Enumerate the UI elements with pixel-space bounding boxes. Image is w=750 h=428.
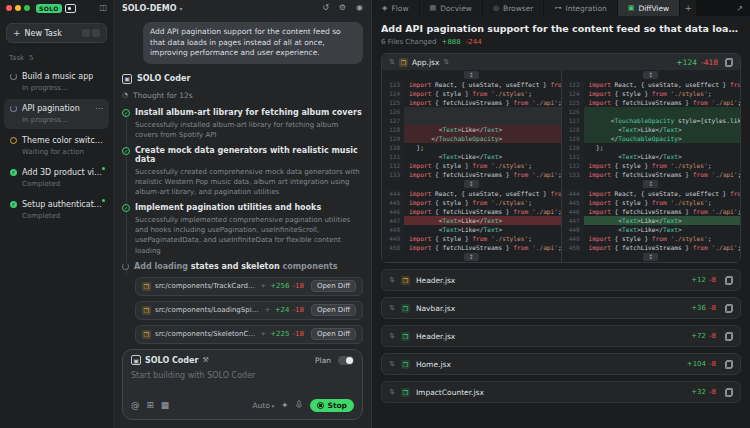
account-icon[interactable]: ◉ bbox=[356, 4, 363, 12]
add-tab-button[interactable]: + bbox=[680, 0, 696, 16]
open-diff-button[interactable]: Open Diff bbox=[311, 304, 356, 316]
copy-icon[interactable] bbox=[725, 276, 733, 285]
expand-diff-button[interactable]: ↕ bbox=[643, 253, 658, 261]
task-item[interactable]: API pagination⋯In progress... bbox=[4, 99, 109, 129]
copy-icon[interactable] bbox=[725, 304, 733, 313]
copy-icon[interactable] bbox=[725, 388, 733, 397]
plan-label: Plan bbox=[315, 356, 331, 365]
task-item[interactable]: Build a music appIn progress... bbox=[4, 67, 109, 97]
file-icon: ❒ bbox=[401, 388, 410, 397]
tab-flow[interactable]: ◈Flow bbox=[372, 0, 419, 16]
history-icon[interactable]: ↺ bbox=[322, 4, 329, 12]
copy-icon[interactable] bbox=[725, 58, 733, 67]
collapsed-file-row[interactable]: ⇅❒Home.jsx+104-8 bbox=[381, 353, 741, 375]
plan-toggle[interactable] bbox=[338, 356, 354, 365]
mention-icon[interactable]: @ bbox=[131, 401, 140, 410]
expand-diff-button[interactable]: ↕ bbox=[643, 180, 658, 188]
image-icon[interactable]: ▦ bbox=[161, 401, 169, 410]
task-menu-icon[interactable]: ⋯ bbox=[95, 104, 103, 113]
tab-integration[interactable]: ⊶Integration bbox=[544, 0, 616, 16]
agent-icon: ▣ bbox=[122, 74, 132, 84]
collapsed-file-row[interactable]: ⇅❒Navbar.jsx+36-8 bbox=[381, 297, 741, 319]
changed-file-card[interactable]: ❒src/components/SkeletonCard.jsx++225-18… bbox=[135, 325, 363, 344]
expand-handle-icon[interactable]: ⇅ bbox=[389, 333, 395, 340]
total-added: +888 bbox=[442, 38, 461, 46]
check-circle-icon: ✓ bbox=[122, 109, 130, 117]
expand-handle-icon[interactable]: ⇅ bbox=[389, 277, 395, 284]
expand-row: ↕ bbox=[562, 252, 741, 262]
tab-diffview[interactable]: ▣DiffView bbox=[618, 0, 679, 16]
code-text: import { style } from './styles'; bbox=[404, 198, 561, 207]
added-count: +225 bbox=[270, 330, 289, 338]
expand-handle-icon[interactable]: ⇅ bbox=[389, 361, 395, 368]
expand-diff-button[interactable]: ↕ bbox=[464, 180, 479, 188]
line-number: 445 bbox=[562, 198, 584, 207]
expand-panel-icon[interactable]: ↗ bbox=[729, 0, 750, 16]
new-file-indicator-icon: + bbox=[260, 282, 266, 290]
expand-diff-button[interactable]: ↕ bbox=[464, 71, 479, 79]
diff-card-header[interactable]: ⇅ ❒ App.jsx ⇅ +124 -418 bbox=[382, 54, 740, 70]
task-status: In progress... bbox=[22, 116, 103, 124]
open-diff-button[interactable]: Open Diff bbox=[311, 280, 356, 292]
task-item[interactable]: Theme color switchingWaiting for action bbox=[4, 131, 109, 161]
thought-row[interactable]: ◔ Thought for 12s bbox=[122, 91, 363, 100]
new-task-button[interactable]: + New Task bbox=[6, 23, 107, 43]
task-item[interactable]: ✓Add 3D product viewerCompleted bbox=[4, 163, 109, 193]
collapsed-file-row[interactable]: ⇅❒Header.jsx+72-8 bbox=[381, 325, 741, 347]
added-count: +256 bbox=[270, 282, 289, 290]
line-number: 123 bbox=[562, 80, 584, 89]
agent-step-title-row[interactable]: ✓Implement pagination utilities and hook… bbox=[122, 203, 363, 212]
microphone-icon[interactable] bbox=[295, 400, 303, 411]
mode-selector[interactable]: Auto ▾ bbox=[252, 401, 274, 410]
changed-file-card[interactable]: ❒src/components/TrackCard.jsx++256-18Ope… bbox=[135, 277, 363, 296]
settings-icon[interactable]: ⚙ bbox=[339, 4, 346, 12]
open-diff-button[interactable]: Open Diff bbox=[311, 328, 356, 340]
task-item[interactable]: ✓Setup authentication syste...Completed bbox=[4, 195, 109, 225]
expand-diff-button[interactable]: ↕ bbox=[643, 71, 658, 79]
expand-handle-icon[interactable]: ⇅ bbox=[389, 305, 395, 312]
app-logo-badge[interactable] bbox=[65, 4, 76, 13]
code-text: import { style } from './styles'; bbox=[584, 198, 741, 207]
agent-step-title-row[interactable]: ✓Create mock data generators with realis… bbox=[122, 146, 363, 164]
window-minimize-button[interactable] bbox=[15, 5, 21, 11]
apps-grid-icon[interactable]: ⊞ bbox=[147, 401, 154, 410]
file-icon: ❒ bbox=[142, 330, 151, 339]
code-text: <Text>Like</Text> bbox=[584, 152, 741, 161]
file-icon: ❒ bbox=[401, 276, 410, 285]
window-close-button[interactable] bbox=[6, 5, 12, 11]
step-detail: Successfully implemented comprehensive p… bbox=[135, 215, 363, 256]
stop-button[interactable]: Stop bbox=[310, 399, 354, 412]
copy-icon[interactable] bbox=[725, 360, 733, 369]
expand-diff-button[interactable]: ↕ bbox=[464, 253, 479, 261]
line-number: 131 bbox=[382, 152, 404, 161]
window-zoom-button[interactable] bbox=[24, 5, 30, 11]
tab-browser[interactable]: ◎Browser bbox=[483, 0, 544, 16]
project-name: SOLO-DEMO bbox=[122, 4, 177, 13]
integration-icon: ⊶ bbox=[554, 5, 561, 12]
tasks-count: 5 bbox=[29, 54, 33, 62]
tools-icon[interactable]: ⚒ bbox=[202, 356, 208, 364]
copy-icon[interactable] bbox=[725, 332, 733, 341]
task-title-row: Theme color switching bbox=[10, 136, 103, 145]
task-status: Completed bbox=[22, 180, 103, 188]
project-selector[interactable]: SOLO-DEMO ▾ bbox=[122, 4, 183, 13]
collapsed-file-row[interactable]: ⇅❒Header.jsx+12-8 bbox=[381, 269, 741, 291]
agent-step-title-row[interactable]: Add loading states and skeleton componen… bbox=[122, 262, 363, 271]
agent-step-title-row[interactable]: ✓Install album-art library for fetching … bbox=[122, 108, 363, 117]
diff-pane-old: ↕123import React, { useState, useEffect … bbox=[382, 70, 561, 262]
spark-icon[interactable]: ✦ bbox=[281, 401, 288, 410]
code-text: <Text>Like</Text> bbox=[404, 225, 561, 234]
reorder-icon[interactable]: ⇅ bbox=[443, 59, 449, 66]
code-line: 125import { fetchLiveStreams } from './a… bbox=[382, 98, 561, 107]
tab-docview[interactable]: ▤Docview bbox=[420, 0, 482, 16]
solo-mode-badge[interactable]: SOLO bbox=[36, 4, 62, 13]
expand-handle-icon[interactable]: ⇅ bbox=[389, 389, 395, 396]
step-detail: Successfully installed album-art library… bbox=[135, 120, 363, 140]
sidebar-toggle-icon[interactable]: ◫ bbox=[99, 4, 107, 12]
changed-file-card[interactable]: ❒src/components/LoadingSpinner.jsx++24-1… bbox=[135, 301, 363, 320]
task-title: Setup authentication syste... bbox=[22, 200, 103, 209]
composer-input[interactable] bbox=[123, 367, 362, 397]
new-task-label: New Task bbox=[25, 29, 62, 38]
collapsed-file-row[interactable]: ⇅❒ImpactCounter.jsx+32-8 bbox=[381, 381, 741, 403]
collapse-handle-icon[interactable]: ⇅ bbox=[389, 59, 395, 66]
